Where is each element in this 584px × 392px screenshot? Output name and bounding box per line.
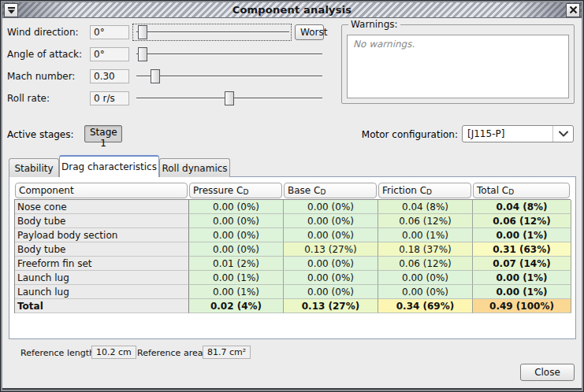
table-row: Body tube 0.00 (0%) 0.00 (0%) 0.06 (12%)… bbox=[15, 214, 571, 228]
value-cell: 0.00 (0%) bbox=[284, 214, 378, 228]
roll-rate-field[interactable] bbox=[90, 91, 129, 105]
mach-number-slider[interactable] bbox=[136, 68, 322, 84]
table-row: Body tube 0.00 (0%) 0.13 (27%) 0.18 (37%… bbox=[15, 242, 571, 257]
slider-thumb[interactable] bbox=[151, 69, 160, 83]
value-cell: 0.18 (37%) bbox=[378, 242, 473, 257]
component-cell: Body tube bbox=[15, 242, 189, 257]
slider-thumb[interactable] bbox=[225, 91, 234, 105]
column-header-pressure-cd[interactable]: Pressure CD bbox=[189, 183, 282, 198]
value-cell: 0.02 (4%) bbox=[189, 299, 284, 313]
roll-rate-label: Roll rate: bbox=[7, 93, 50, 104]
motor-configuration-label: Motor configuration: bbox=[359, 129, 458, 140]
value-cell: 0.13 (27%) bbox=[284, 242, 378, 257]
slider-track bbox=[136, 76, 322, 77]
value-cell: 0.00 (0%) bbox=[189, 228, 284, 242]
component-cell: Body tube bbox=[15, 214, 189, 228]
table-row: Nose cone 0.00 (0%) 0.00 (0%) 0.04 (8%) … bbox=[15, 200, 571, 214]
component-cell: Launch lug bbox=[15, 285, 189, 299]
table-row: Launch lug 0.00 (1%) 0.00 (0%) 0.00 (0%)… bbox=[15, 271, 571, 285]
value-cell: 0.00 (0%) bbox=[378, 271, 473, 285]
drag-table: Component Pressure CD Base CD Friction C… bbox=[14, 182, 571, 313]
slider-thumb[interactable] bbox=[138, 25, 147, 39]
table-row: Payload body section 0.00 (0%) 0.00 (0%)… bbox=[15, 228, 571, 242]
tab-stability[interactable]: Stability bbox=[9, 158, 59, 177]
wind-direction-label: Wind direction: bbox=[7, 27, 79, 38]
worst-button[interactable]: Worst bbox=[295, 24, 324, 40]
reference-area-label: Reference area: bbox=[137, 348, 206, 358]
warnings-group: Warnings: No warnings. bbox=[341, 24, 575, 104]
value-cell: 0.06 (12%) bbox=[378, 257, 473, 271]
value-cell: 0.07 (14%) bbox=[473, 257, 571, 271]
mach-number-label: Mach number: bbox=[7, 71, 75, 82]
component-cell: Launch lug bbox=[15, 271, 189, 285]
value-cell: 0.00 (0%) bbox=[284, 257, 378, 271]
reference-length-value: 10.2 cm bbox=[91, 346, 136, 359]
drag-table-header: Component Pressure CD Base CD Friction C… bbox=[14, 182, 571, 199]
column-header-total-cd[interactable]: Total CD bbox=[473, 183, 570, 198]
value-cell: 0.00 (0%) bbox=[284, 285, 378, 299]
value-cell: 0.00 (1%) bbox=[473, 271, 571, 285]
value-cell: 0.00 (0%) bbox=[378, 285, 473, 299]
value-cell: 0.49 (100%) bbox=[473, 299, 571, 313]
component-cell: Freeform fin set bbox=[15, 257, 189, 271]
value-cell: 0.00 (0%) bbox=[189, 214, 284, 228]
value-cell: 0.13 (27%) bbox=[284, 299, 378, 313]
column-header-base-cd[interactable]: Base CD bbox=[284, 183, 377, 198]
slider-track bbox=[136, 54, 322, 55]
wind-direction-slider[interactable] bbox=[136, 24, 289, 40]
value-cell: 0.00 (1%) bbox=[189, 271, 284, 285]
value-cell: 0.06 (12%) bbox=[473, 214, 571, 228]
warnings-empty-text: No warnings. bbox=[353, 39, 415, 50]
value-cell: 0.34 (69%) bbox=[378, 299, 473, 313]
drag-characteristics-panel: Component Pressure CD Base CD Friction C… bbox=[9, 176, 576, 339]
roll-rate-slider[interactable] bbox=[136, 91, 322, 106]
column-header-friction-cd[interactable]: Friction CD bbox=[378, 183, 471, 198]
component-cell: Nose cone bbox=[15, 200, 189, 214]
value-cell: 0.00 (0%) bbox=[284, 271, 378, 285]
column-header-component[interactable]: Component bbox=[15, 183, 188, 198]
angle-of-attack-field[interactable] bbox=[90, 47, 129, 61]
motor-configuration-value: [J115-P] bbox=[463, 128, 552, 139]
mach-number-field[interactable] bbox=[90, 69, 129, 83]
component-cell: Payload body section bbox=[15, 228, 189, 242]
slider-track bbox=[136, 31, 289, 33]
angle-of-attack-slider[interactable] bbox=[136, 46, 322, 62]
table-row: Freeform fin set 0.01 (2%) 0.00 (0%) 0.0… bbox=[15, 257, 571, 271]
close-window-button[interactable] bbox=[566, 3, 580, 17]
close-icon bbox=[569, 5, 578, 17]
tab-roll-dynamics[interactable]: Roll dynamics bbox=[159, 158, 230, 177]
close-button[interactable]: Close bbox=[520, 364, 575, 381]
window-title: Component analysis bbox=[2, 4, 582, 16]
warnings-list: No warnings. bbox=[347, 35, 569, 98]
warnings-group-title: Warnings: bbox=[348, 19, 400, 30]
value-cell: 0.00 (1%) bbox=[473, 228, 571, 242]
value-cell: 0.00 (0%) bbox=[189, 242, 284, 257]
table-row-total: Total 0.02 (4%) 0.13 (27%) 0.34 (69%) 0.… bbox=[15, 299, 571, 313]
value-cell: 0.00 (0%) bbox=[284, 200, 378, 214]
value-cell: 0.00 (1%) bbox=[189, 285, 284, 299]
component-cell: Total bbox=[15, 299, 189, 313]
title-bar[interactable]: Component analysis bbox=[2, 2, 582, 18]
value-cell: 0.00 (0%) bbox=[189, 200, 284, 214]
slider-thumb[interactable] bbox=[138, 47, 147, 61]
tab-drag-characteristics[interactable]: Drag characteristics bbox=[59, 155, 159, 177]
reference-area-value: 81.7 cm² bbox=[203, 346, 251, 359]
chevron-down-icon bbox=[552, 126, 573, 142]
reference-length-label: Reference length: bbox=[20, 348, 98, 358]
value-cell: 0.06 (12%) bbox=[378, 214, 473, 228]
stage-1-toggle-button[interactable]: Stage 1 bbox=[84, 125, 122, 142]
value-cell: 0.00 (0%) bbox=[284, 228, 378, 242]
angle-of-attack-label: Angle of attack: bbox=[7, 49, 82, 60]
table-row: Launch lug 0.00 (1%) 0.00 (0%) 0.00 (0%)… bbox=[15, 285, 571, 299]
value-cell: 0.31 (63%) bbox=[473, 242, 571, 257]
wind-direction-field[interactable] bbox=[90, 25, 129, 39]
value-cell: 0.04 (8%) bbox=[378, 200, 473, 214]
motor-configuration-select[interactable]: [J115-P] bbox=[462, 125, 574, 142]
active-stages-label: Active stages: bbox=[7, 129, 74, 140]
component-analysis-dialog: Component analysis Wind direction: Worst… bbox=[0, 0, 584, 392]
value-cell: 0.04 (8%) bbox=[473, 200, 571, 214]
value-cell: 0.01 (2%) bbox=[189, 257, 284, 271]
value-cell: 0.00 (1%) bbox=[378, 228, 473, 242]
value-cell: 0.00 (1%) bbox=[473, 285, 571, 299]
drag-table-body: Nose cone 0.00 (0%) 0.00 (0%) 0.04 (8%) … bbox=[14, 199, 571, 313]
